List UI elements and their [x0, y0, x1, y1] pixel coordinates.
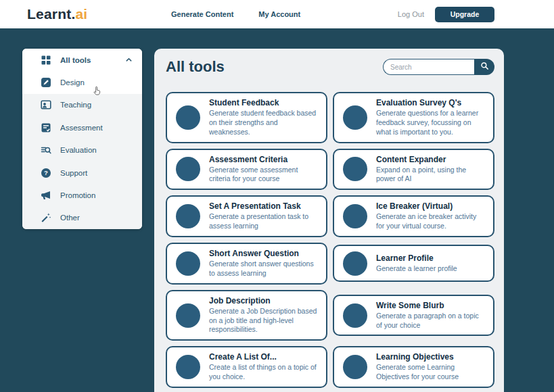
tool-card-content-expander[interactable]: Content Expander Expand on a point, usin… [333, 149, 494, 191]
tool-icon-circle [176, 105, 200, 130]
search-icon [480, 62, 489, 72]
search-bar [383, 59, 494, 75]
tool-description: Generate a Job Description based on a jo… [209, 307, 319, 335]
tool-card-assessment-criteria[interactable]: Assessment Criteria Generate some assess… [166, 149, 327, 191]
tool-card-ice-breaker-virtual[interactable]: Ice Breaker (Virtual) Generate an ice br… [333, 195, 494, 237]
tool-title: Set A Presentation Task [209, 201, 319, 211]
tool-title: Job Description [209, 296, 319, 305]
tool-card-text: Learner Profile Generate a learner profi… [376, 253, 457, 274]
tool-card-text: Write Some Blurb Generate a paragraph on… [376, 301, 486, 330]
sidebar-item-assessment[interactable]: Assessment [22, 116, 142, 139]
tool-description: Generate student feedback based on their… [209, 109, 319, 137]
nav-link-generate-content[interactable]: Generate Content [171, 10, 233, 18]
tool-description: Generate short answer questions to asses… [209, 260, 319, 278]
header-actions: Log Out Upgrade [398, 7, 494, 22]
search-button[interactable] [474, 59, 494, 75]
sidebar-item-label: Other [60, 214, 133, 222]
tool-title: Learner Profile [376, 253, 457, 263]
tool-card-text: Student Feedback Generate student feedba… [209, 98, 319, 137]
sidebar-item-label: Teaching [60, 101, 133, 109]
upgrade-button[interactable]: Upgrade [435, 7, 494, 22]
sidebar-item-label: Support [60, 169, 133, 177]
sidebar-item-all-tools[interactable]: All tools [22, 49, 142, 71]
tool-card-write-some-blurb[interactable]: Write Some Blurb Generate a paragraph on… [333, 295, 494, 337]
tool-card-text: Create A List Of... Create a list of thi… [209, 352, 319, 382]
question-circle-icon: ? [41, 168, 51, 178]
tool-description: Expand on a point, using the power of AI [376, 166, 486, 185]
tool-icon-circle [176, 204, 200, 228]
tool-description: Generate a learner profile [376, 264, 457, 274]
header-nav: Generate Content My Account [171, 10, 300, 18]
tool-description: Generate questions for a learner feedbac… [376, 109, 486, 137]
tool-icon-circle [343, 157, 367, 181]
tool-description: Create a list of things on a topic of yo… [209, 363, 319, 382]
tool-card-learner-profile[interactable]: Learner Profile Generate a learner profi… [333, 245, 494, 282]
tool-title: Learning Objectives [376, 352, 486, 362]
tool-icon-circle [343, 105, 367, 130]
search-list-icon [41, 145, 51, 155]
search-input[interactable] [383, 59, 474, 75]
sidebar-item-design[interactable]: Design [22, 71, 142, 93]
tool-card-text: Ice Breaker (Virtual) Generate an ice br… [376, 201, 486, 231]
sidebar-item-label: Evaluation [60, 146, 133, 154]
tool-card-text: Assessment Criteria Generate some assess… [209, 155, 319, 185]
tool-icon-circle [176, 251, 200, 276]
tool-card-student-feedback[interactable]: Student Feedback Generate student feedba… [166, 92, 327, 143]
tool-description: Generate some Learning Objectives for yo… [376, 363, 486, 382]
tool-icon-circle [176, 355, 200, 379]
tool-title: Create A List Of... [209, 352, 319, 362]
sidebar-item-label: Assessment [60, 124, 133, 132]
tool-title: Write Some Blurb [376, 301, 486, 310]
tool-title: Student Feedback [209, 98, 319, 107]
grid-icon [41, 55, 51, 66]
tool-description: Generate a presentation task to assess l… [209, 212, 319, 231]
page-title: All tools [166, 58, 225, 76]
tool-icon-circle [343, 204, 367, 228]
checklist-icon [41, 122, 51, 133]
tool-card-evaluation-survey-q-s[interactable]: Evaluation Survey Q's Generate questions… [333, 92, 494, 143]
svg-text:?: ? [44, 169, 48, 176]
tool-card-text: Evaluation Survey Q's Generate questions… [376, 98, 486, 137]
tool-card-create-a-list-of[interactable]: Create A List Of... Create a list of thi… [166, 346, 327, 388]
sidebar-item-label: Promotion [60, 191, 133, 199]
sidebar: All tools Design Teaching Assessment [22, 49, 142, 229]
magic-wand-icon [41, 212, 51, 223]
tool-description: Generate an ice breaker activity for you… [376, 212, 486, 231]
logo[interactable]: Learnt.ai [27, 6, 87, 22]
sidebar-item-label: All tools [60, 56, 125, 64]
sidebar-item-evaluation[interactable]: Evaluation [22, 139, 142, 162]
sidebar-item-support[interactable]: ? Support [22, 162, 142, 184]
tool-icon-circle [343, 303, 367, 328]
logo-text: Learnt. [27, 6, 75, 22]
tool-icon-circle [176, 303, 200, 328]
sidebar-item-other[interactable]: Other [22, 207, 142, 229]
tool-card-job-description[interactable]: Job Description Generate a Job Descripti… [166, 290, 327, 341]
tool-card-set-a-presentation-task[interactable]: Set A Presentation Task Generate a prese… [166, 195, 327, 237]
tool-title: Evaluation Survey Q's [376, 98, 486, 107]
tool-title: Short Answer Question [209, 249, 319, 258]
tool-card-text: Content Expander Expand on a point, usin… [376, 155, 486, 185]
tool-description: Generate some assessment criteria for yo… [209, 166, 319, 185]
main-panel: All tools Student Feedback Generate stud… [154, 49, 504, 392]
tools-grid: Student Feedback Generate student feedba… [166, 92, 494, 392]
tool-card-learning-objectives[interactable]: Learning Objectives Generate some Learni… [333, 346, 494, 388]
teacher-card-icon [41, 99, 51, 110]
tool-card-text: Learning Objectives Generate some Learni… [376, 352, 486, 382]
tool-title: Assessment Criteria [209, 155, 319, 164]
tool-title: Ice Breaker (Virtual) [376, 201, 486, 211]
tool-icon-circle [176, 157, 200, 181]
tool-icon-circle [343, 355, 367, 379]
tool-card-short-answer-question[interactable]: Short Answer Question Generate short ans… [166, 243, 327, 285]
tool-card-text: Job Description Generate a Job Descripti… [209, 296, 319, 335]
nav-link-my-account[interactable]: My Account [258, 10, 300, 18]
page: Learnt.ai Generate Content My Account Lo… [0, 0, 554, 392]
sidebar-item-promotion[interactable]: Promotion [22, 184, 142, 206]
header: Learnt.ai Generate Content My Account Lo… [0, 0, 554, 28]
tool-card-text: Set A Presentation Task Generate a prese… [209, 201, 319, 231]
panel-header: All tools [166, 57, 494, 76]
tool-description: Generate a paragraph on a topic of your … [376, 312, 486, 330]
chevron-up-icon[interactable] [125, 56, 133, 64]
pencil-icon [41, 77, 51, 88]
logout-link[interactable]: Log Out [398, 10, 424, 18]
sidebar-item-teaching[interactable]: Teaching [22, 94, 142, 116]
